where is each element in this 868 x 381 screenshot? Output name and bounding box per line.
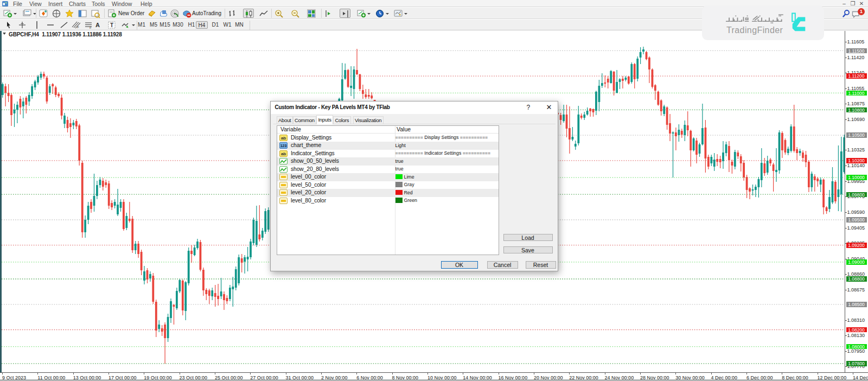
- svg-text:F: F: [90, 26, 92, 29]
- svg-text:T: T: [110, 22, 113, 28]
- svg-text:F: F: [77, 26, 79, 29]
